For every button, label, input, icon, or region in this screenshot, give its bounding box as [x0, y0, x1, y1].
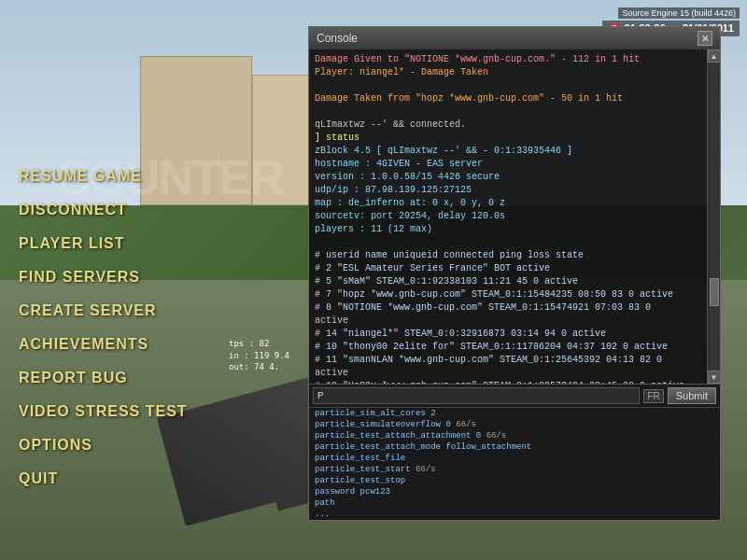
menu-item-create-server[interactable]: CREATE SERVER — [19, 302, 188, 319]
menu-item-quit[interactable]: QUIT — [19, 470, 188, 487]
scrollbar-down-arrow[interactable]: ▼ — [708, 371, 721, 384]
log-line — [315, 105, 701, 119]
log-line: # 11 "smanNLAN *www.gnb-cup.com" STEAM_0… — [315, 354, 701, 367]
menu-item-achievements[interactable]: ACHIEVEMENTS — [19, 336, 188, 353]
autocomplete-item[interactable]: particle_test_file — [309, 453, 720, 464]
menu-item-options[interactable]: OPTIONS — [19, 437, 188, 454]
console-input[interactable] — [313, 387, 640, 404]
source-engine-label: Source Engine 15 (build 4426) — [618, 7, 740, 19]
scrollbar-thumb[interactable] — [710, 278, 719, 306]
menu-item-resume-game[interactable]: RESUME GAME — [19, 168, 188, 185]
log-line: version : 1.0.0.58/15 4426 secure — [315, 171, 701, 184]
log-line: # 8 "NOTIONE *www.gnb-cup.com" STEAM_0:1… — [315, 301, 701, 315]
autocomplete-item[interactable]: particle_test_stop — [309, 475, 720, 486]
autocomplete-item[interactable]: particle_sim_alt_cores 2 — [309, 408, 720, 419]
log-line: udp/ip : 87.98.139.125:27125 — [315, 184, 701, 197]
log-line: # 5 "sMaM" STEAM_0:1:92338103 11:21 45 0… — [315, 275, 701, 288]
log-line — [315, 236, 701, 249]
console-input-row: FR Submit — [309, 384, 720, 407]
log-line: Damage Given to "NOTIONE *www.gnb-cup.co… — [315, 53, 701, 66]
log-line — [315, 79, 701, 92]
console-titlebar: Console ✕ — [309, 27, 720, 49]
log-line: Damage Taken from "hopz *www.gnb-cup.com… — [315, 92, 701, 105]
log-line: # 10 "thony00 2elite for" STEAM_0:1:1178… — [315, 341, 701, 354]
log-line: Player: niangel* - Damage Taken — [315, 66, 701, 79]
console-close-button[interactable]: ✕ — [698, 31, 712, 46]
autocomplete-item[interactable]: particle_test_attach_mode follow_attachm… — [309, 441, 720, 453]
log-line: players : 11 (12 max) — [315, 223, 701, 236]
menu-item-disconnect[interactable]: DISCONNECT — [19, 202, 188, 218]
autocomplete-dropdown: particle_sim_alt_cores 2particle_simulat… — [309, 407, 720, 520]
log-line: # 14 "niangel*" STEAM_0:0:32916873 03:14… — [315, 328, 701, 341]
autocomplete-item[interactable]: password pcw123 — [309, 486, 720, 497]
console-log: Damage Given to "NOTIONE *www.gnb-cup.co… — [309, 49, 707, 384]
console-title: Console — [317, 32, 358, 45]
log-line: map : de_inferno at: 0 x, 0 y, 0 z — [315, 197, 701, 210]
log-line: # 12 "HaS0x *www.gnb-cup.com" STEAM_0:1:… — [315, 380, 701, 384]
autocomplete-item[interactable]: particle_test_start 66/s — [309, 464, 720, 475]
main-menu: RESUME GAMEDISCONNECTPLAYER LISTFIND SER… — [19, 168, 188, 487]
console-scrollbar[interactable]: ▲ ▼ — [707, 49, 720, 384]
scrollbar-track[interactable] — [709, 63, 720, 371]
log-line: # 2 "ESL Amateur Series France" BOT acti… — [315, 262, 701, 275]
log-line: ] status — [315, 132, 701, 145]
menu-item-report-bug[interactable]: REPORT BUG — [19, 370, 188, 386]
console-lang-label: FR — [643, 389, 663, 403]
log-line: zBlock 4.5 [ qLImaxtwz --' && - 0:1:3393… — [315, 145, 701, 158]
menu-item-player-list[interactable]: PLAYER LIST — [19, 235, 188, 252]
console-submit-button[interactable]: Submit — [668, 387, 716, 404]
log-line: hostname : 4GIVEN - EAS server — [315, 158, 701, 171]
log-line: active — [315, 367, 701, 380]
log-line: sourcetv: port 29254, delay 120.0s — [315, 210, 701, 223]
autocomplete-item[interactable]: path — [309, 497, 720, 509]
menu-item-video-stress-test[interactable]: VIDEO STRESS TEST — [19, 403, 188, 420]
console-window: Console ✕ Damage Given to "NOTIONE *www.… — [308, 26, 721, 521]
log-line: # 7 "hopz *www.gnb-cup.com" STEAM_0:1:15… — [315, 288, 701, 301]
log-line: # userid name uniqueid connected ping lo… — [315, 249, 701, 262]
autocomplete-item[interactable]: particle_simulateoverflow 0 66/s — [309, 419, 720, 430]
log-line: qLImaxtwz --' && connected. — [315, 119, 701, 132]
autocomplete-item[interactable]: particle_test_attach_attachment 0 66/s — [309, 430, 720, 441]
autocomplete-item[interactable]: ... — [309, 509, 720, 520]
log-line: active — [315, 315, 701, 328]
console-output-area: Damage Given to "NOTIONE *www.gnb-cup.co… — [309, 49, 720, 384]
menu-item-find-servers[interactable]: FIND SERVERS — [19, 269, 188, 286]
scrollbar-up-arrow[interactable]: ▲ — [708, 49, 721, 63]
perf-overlay: tps : 82 in : 119 9.4 out: 74 4. — [229, 338, 289, 373]
